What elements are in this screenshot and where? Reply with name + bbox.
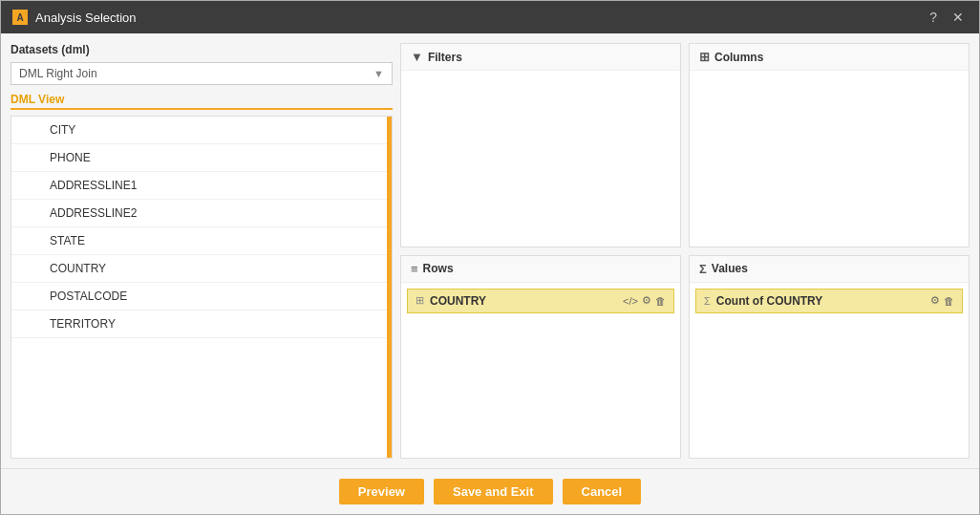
save-exit-button[interactable]: Save and Exit <box>434 479 553 504</box>
values-item-label: Count of COUNTRY <box>716 294 925 308</box>
dropdown-value: DML Right Join <box>19 67 373 80</box>
main-content: Datasets (dml) DML Right Join ▼ DML View… <box>1 33 979 468</box>
rows-item-label: COUNTRY <box>430 294 617 308</box>
filters-panel-header: ▼ Filters <box>401 44 680 71</box>
rows-item-code-icon[interactable]: </> <box>623 295 638 307</box>
close-button[interactable]: ✕ <box>948 9 968 26</box>
app-icon: A <box>12 10 28 25</box>
preview-button[interactable]: Preview <box>339 479 424 504</box>
left-panel: Datasets (dml) DML Right Join ▼ DML View… <box>11 43 393 459</box>
values-sigma-icon: Σ <box>699 262 707 276</box>
values-item-gear-icon[interactable]: ⚙ <box>930 294 940 307</box>
rows-item-actions: </> ⚙ 🗑 <box>623 294 666 307</box>
analysis-selection-dialog: A Analysis Selection ? ✕ Datasets (dml) … <box>0 0 980 515</box>
columns-panel-header: ⊞ Columns <box>690 44 969 71</box>
values-drop-item-country-count: Σ Count of COUNTRY ⚙ 🗑 <box>695 289 963 313</box>
filters-panel-body[interactable] <box>401 71 680 247</box>
cancel-button[interactable]: Cancel <box>563 479 642 504</box>
rows-item-table-icon: ⊞ <box>415 294 424 307</box>
filters-header-label: Filters <box>428 51 462 64</box>
fields-list[interactable]: CITY PHONE ADDRESSLINE1 ADDRESSLINE2 STA… <box>11 116 393 459</box>
field-item-addressline2[interactable]: ADDRESSLINE2 <box>11 200 392 227</box>
datasets-dropdown[interactable]: DML Right Join ▼ <box>11 62 393 85</box>
help-button[interactable]: ? <box>926 9 941 26</box>
scroll-accent <box>387 117 392 458</box>
rows-item-gear-icon[interactable]: ⚙ <box>642 294 651 307</box>
rows-panel-body[interactable]: ⊞ COUNTRY </> ⚙ 🗑 <box>401 283 680 459</box>
rows-header-label: Rows <box>423 262 454 275</box>
dialog-title: Analysis Selection <box>35 11 137 25</box>
rows-icon: ≡ <box>411 262 418 276</box>
fields-list-inner: CITY PHONE ADDRESSLINE1 ADDRESSLINE2 STA… <box>11 117 392 338</box>
values-panel: Σ Values Σ Count of COUNTRY ⚙ 🗑 <box>689 255 969 460</box>
values-item-sigma-icon: Σ <box>704 295 711 307</box>
right-panels: ▼ Filters ⊞ Columns ≡ Rows <box>400 43 969 459</box>
field-item-country[interactable]: COUNTRY <box>11 255 392 283</box>
rows-panel-header: ≡ Rows <box>401 256 680 283</box>
columns-panel: ⊞ Columns <box>689 43 969 247</box>
rows-drop-item-country: ⊞ COUNTRY </> ⚙ 🗑 <box>407 289 674 313</box>
title-bar-left: A Analysis Selection <box>12 10 137 25</box>
values-header-label: Values <box>712 262 748 275</box>
rows-item-delete-icon[interactable]: 🗑 <box>655 295 666 307</box>
field-item-phone[interactable]: PHONE <box>11 144 392 172</box>
filters-panel: ▼ Filters <box>400 43 681 247</box>
title-bar-controls: ? ✕ <box>926 9 968 26</box>
values-item-actions: ⚙ 🗑 <box>930 294 954 307</box>
field-item-state[interactable]: STATE <box>11 227 392 255</box>
filter-icon: ▼ <box>411 50 423 64</box>
field-item-postalcode[interactable]: POSTALCODE <box>11 283 392 311</box>
columns-icon: ⊞ <box>699 50 710 64</box>
footer: Preview Save and Exit Cancel <box>1 468 979 514</box>
dropdown-arrow-icon: ▼ <box>373 68 384 79</box>
values-item-delete-icon[interactable]: 🗑 <box>944 295 954 307</box>
columns-header-label: Columns <box>714 51 763 64</box>
field-item-city[interactable]: CITY <box>11 117 392 144</box>
values-panel-body[interactable]: Σ Count of COUNTRY ⚙ 🗑 <box>690 283 969 459</box>
title-bar: A Analysis Selection ? ✕ <box>1 1 979 33</box>
field-item-territory[interactable]: TERRITORY <box>11 311 392 338</box>
columns-panel-body[interactable] <box>690 71 969 247</box>
values-panel-header: Σ Values <box>690 256 969 283</box>
rows-panel: ≡ Rows ⊞ COUNTRY </> ⚙ 🗑 <box>400 255 681 460</box>
datasets-label: Datasets (dml) <box>11 43 393 56</box>
dml-view-label: DML View <box>11 91 393 110</box>
field-item-addressline1[interactable]: ADDRESSLINE1 <box>11 172 392 200</box>
